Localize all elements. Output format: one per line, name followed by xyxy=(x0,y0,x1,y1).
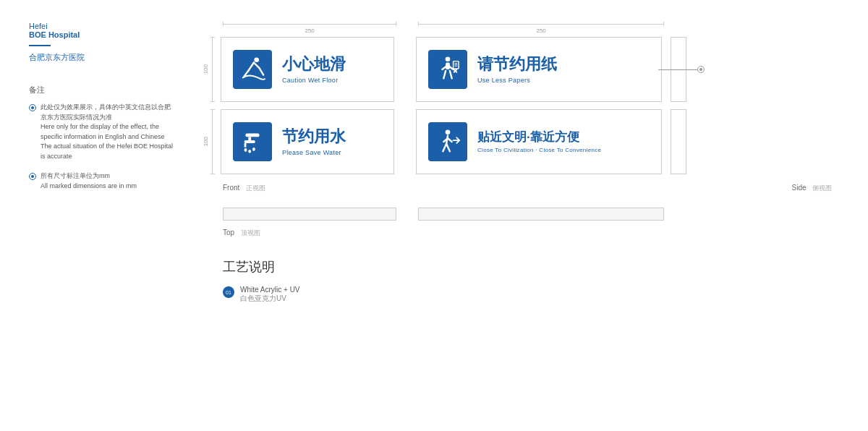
svg-line-27 xyxy=(446,144,450,151)
craft-text-1: White Acrylic + UV 白色亚克力UV xyxy=(240,286,300,304)
h-dim-bot: 100 xyxy=(203,109,215,174)
sign-icon-wet-floor xyxy=(233,50,272,89)
svg-line-3 xyxy=(254,63,260,69)
dim-tick-right-r xyxy=(663,22,664,26)
svg-rect-7 xyxy=(244,140,255,143)
main-panel: 250 250 100 xyxy=(188,22,839,409)
svg-line-16 xyxy=(443,71,446,78)
notes-section: 备注 此处仅为效果展示，具体的中英文信息以合肥京东方医院实际情况为准 Here … xyxy=(29,85,174,191)
sign-chinese-caution: 小心地滑 xyxy=(282,55,346,74)
sign-text-caution: 小心地滑 Caution Wet Floor xyxy=(282,55,346,83)
craft-section: 工艺说明 01 White Acrylic + UV 白色亚克力UV xyxy=(203,258,839,304)
svg-line-1 xyxy=(248,63,254,71)
svg-point-0 xyxy=(254,57,259,62)
svg-point-24 xyxy=(446,129,451,135)
svg-point-12 xyxy=(446,56,451,61)
side-label-en: Side xyxy=(792,184,807,192)
wet-floor-icon xyxy=(239,56,266,83)
side-panels xyxy=(671,37,686,174)
front-label-cn: 正视图 xyxy=(246,184,265,192)
svg-point-9 xyxy=(244,148,247,152)
page-container: Hefei BOE Hospital 合肥京东方医院 备注 此处仅为效果展示，具… xyxy=(0,0,868,431)
svg-point-11 xyxy=(252,148,255,151)
sign-caution-wet-floor: 小心地滑 Caution Wet Floor xyxy=(221,37,394,102)
h-dim-line-bot xyxy=(210,109,215,174)
brand-divider xyxy=(29,45,51,46)
svg-rect-5 xyxy=(246,134,260,137)
svg-point-10 xyxy=(248,150,251,153)
notes-title: 备注 xyxy=(29,85,174,95)
sign-save-water: 节约用水 Please Save Water xyxy=(221,109,394,174)
dim-line-right xyxy=(419,24,663,25)
signs-area: 100 100 xyxy=(203,37,839,174)
left-sign-column: 小心地滑 Caution Wet Floor xyxy=(221,37,394,174)
h-dim-htick-bot-t xyxy=(210,109,215,110)
pointer-line-bar xyxy=(658,69,698,70)
note-text-2: 所有尺寸标注单位为mm All marked dimensions are in… xyxy=(41,171,137,191)
pointer-dot xyxy=(697,66,705,73)
side-rect-bot xyxy=(671,109,686,174)
sign-close-civilization: 贴近文明·靠近方便 Close To Civilization · Close … xyxy=(416,109,662,174)
front-label-en: Front xyxy=(223,184,239,192)
dim-line-left xyxy=(224,24,396,25)
sign-use-less-papers: 请节约用纸 Use Less Papers xyxy=(416,37,662,102)
right-sign-column: 请节约用纸 Use Less Papers xyxy=(416,37,662,174)
brand-line1: Hefei xyxy=(29,22,174,30)
brand-line2: BOE Hospital xyxy=(29,30,174,39)
sign-english-paper: Use Less Papers xyxy=(477,77,557,84)
dim-top-left: 250 xyxy=(223,22,396,34)
top-rect-right xyxy=(418,208,664,221)
top-label-cn: 顶视图 xyxy=(241,229,260,236)
svg-line-29 xyxy=(448,138,452,142)
note-bullet-2 xyxy=(29,173,36,180)
sign-chinese-paper: 请节约用纸 xyxy=(477,55,557,74)
top-view-section: Top 顶视图 xyxy=(203,208,839,238)
h-dim-top: 100 xyxy=(203,37,215,102)
sign-english-civ: Close To Civilization · Close To Conveni… xyxy=(477,147,601,153)
dim-num-left: 250 xyxy=(223,27,396,34)
dim-top-row: 250 250 xyxy=(203,22,839,34)
svg-line-4 xyxy=(260,68,264,75)
dim-num-right: 250 xyxy=(418,27,664,34)
sign-icon-paper xyxy=(428,50,467,89)
top-label: Top 顶视图 xyxy=(223,225,839,238)
svg-line-26 xyxy=(443,144,446,151)
svg-line-17 xyxy=(450,71,452,78)
paper-icon xyxy=(434,56,461,83)
side-label-cn: 侧视图 xyxy=(812,184,832,192)
brand-title: Hefei BOE Hospital xyxy=(29,22,174,39)
h-dim-htick-bot-b xyxy=(210,174,215,174)
front-label: Front 正视图 xyxy=(223,180,265,193)
h-dim-line-top xyxy=(210,37,215,102)
sign-text-paper: 请节约用纸 Use Less Papers xyxy=(477,55,557,83)
note-item-2: 所有尺寸标注单位为mm All marked dimensions are in… xyxy=(29,171,174,191)
top-label-en: Top xyxy=(223,229,234,236)
view-labels-row: Front 正视图 Side 侧视图 xyxy=(203,180,839,193)
h-dim-vline-bot xyxy=(212,109,213,174)
dim-top-right: 250 xyxy=(418,22,664,34)
craft-chinese-1: 白色亚克力UV xyxy=(240,294,300,304)
sign-chinese-civ: 贴近文明·靠近方便 xyxy=(477,130,601,145)
craft-bullet-1: 01 xyxy=(223,286,234,298)
sign-text-water: 节约用水 Please Save Water xyxy=(282,127,346,155)
h-dim-htick-top-b xyxy=(210,101,215,102)
height-dims: 100 100 xyxy=(203,37,215,174)
note-text-1: 此处仅为效果展示，具体的中英文信息以合肥京东方医院实际情况为准 Here onl… xyxy=(41,103,174,161)
craft-item-1: 01 White Acrylic + UV 白色亚克力UV xyxy=(223,286,839,304)
note-bullet-1 xyxy=(29,104,36,111)
top-rect-left xyxy=(223,208,396,221)
dim-tick-left-r xyxy=(396,22,396,26)
brand-chinese: 合肥京东方医院 xyxy=(29,52,174,63)
top-view-rects xyxy=(223,208,839,221)
person-icon xyxy=(434,128,461,155)
note-bullet-inner-2 xyxy=(31,175,34,178)
h-dim-vline-top xyxy=(212,37,213,102)
sign-icon-person xyxy=(428,122,467,161)
pointer-line xyxy=(658,66,705,73)
side-label: Side 侧视图 xyxy=(792,180,832,193)
h-dim-htick-top-t xyxy=(210,37,215,38)
sign-text-civ: 贴近文明·靠近方便 Close To Civilization · Close … xyxy=(477,130,601,153)
left-panel: Hefei BOE Hospital 合肥京东方医院 备注 此处仅为效果展示，具… xyxy=(29,22,188,409)
h-dim-num-top: 100 xyxy=(203,64,209,74)
sign-icon-water xyxy=(233,122,272,161)
